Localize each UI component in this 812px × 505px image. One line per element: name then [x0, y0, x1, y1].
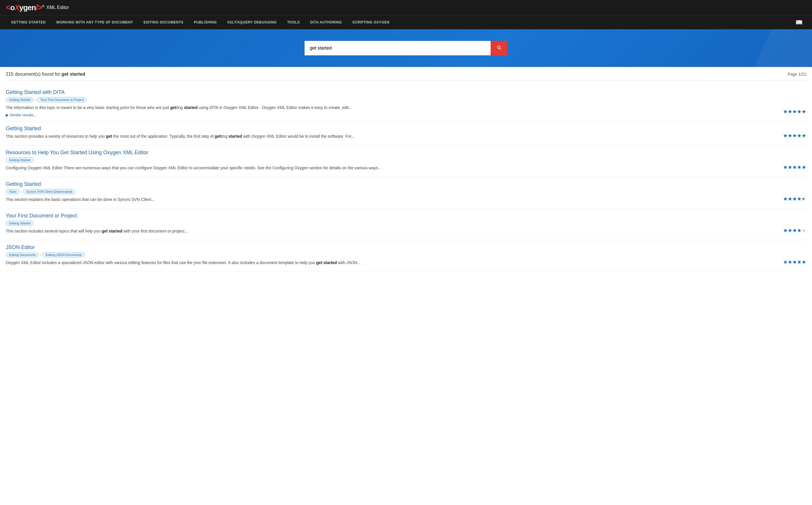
- logo-ygen: ygen: [19, 3, 36, 12]
- breadcrumb-separator: ›: [35, 98, 36, 102]
- nav-tools[interactable]: TOOLS: [282, 16, 305, 29]
- result-rating: ★★★★★: [771, 150, 806, 173]
- star-filled: ★: [792, 227, 797, 234]
- logo-subtitle: XML Editor: [46, 5, 69, 10]
- result-content: Getting Started Tools›Syncro SVN Client …: [6, 181, 769, 204]
- nav-dita[interactable]: DITA AUTHORING: [305, 16, 347, 29]
- breadcrumb-container: Getting Started›Your First Document or P…: [6, 97, 769, 102]
- logo-text: <oXygen/>®: [6, 3, 44, 12]
- result-snippet: This section provides a variety of resou…: [6, 133, 769, 139]
- result-item: Getting Started Tools›Syncro SVN Client …: [6, 177, 806, 209]
- breadcrumb-container: Getting Started: [6, 157, 769, 163]
- logo-o: o: [10, 3, 14, 12]
- result-row: Getting Started with DITA Getting Starte…: [6, 89, 806, 117]
- star-filled: ★: [802, 133, 806, 139]
- results-count-text: 215 document(s) found for: [6, 71, 61, 76]
- result-item: JSON Editor Editing Documents›Editing JS…: [6, 240, 806, 272]
- result-content: Your First Document or Project Getting S…: [6, 213, 769, 236]
- nav-scripting[interactable]: SCRIPTING OXYGEN: [347, 16, 395, 29]
- breadcrumb-tag[interactable]: Editing Documents: [6, 252, 39, 258]
- breadcrumb-container: Getting Started: [6, 221, 769, 226]
- star-filled: ★: [783, 227, 788, 234]
- star-filled: ★: [792, 164, 797, 170]
- breadcrumb-tag[interactable]: Getting Started: [6, 157, 34, 163]
- star-filled: ★: [788, 109, 792, 115]
- result-row: Resources to Help You Get Started Using …: [6, 150, 806, 173]
- star-filled: ★: [797, 164, 802, 170]
- star-filled: ★: [792, 196, 797, 202]
- page-info: Page 1/22: [788, 72, 806, 76]
- result-content: Getting Started with DITA Getting Starte…: [6, 89, 769, 117]
- star-filled: ★: [783, 164, 788, 170]
- result-row: JSON Editor Editing Documents›Editing JS…: [6, 244, 806, 268]
- result-item: Resources to Help You Get Started Using …: [6, 146, 806, 177]
- result-title[interactable]: JSON Editor: [6, 244, 769, 250]
- search-banner: [0, 29, 812, 67]
- nav-publishing[interactable]: PUBLISHING: [189, 16, 222, 29]
- star-filled: ★: [802, 164, 806, 170]
- star-filled: ★: [783, 133, 788, 139]
- breadcrumb-tag[interactable]: Getting Started: [6, 97, 34, 102]
- search-icon: [496, 45, 501, 50]
- breadcrumb-tag[interactable]: Tools: [6, 189, 20, 194]
- site-header: <oXygen/>® XML Editor: [0, 0, 812, 15]
- result-content: JSON Editor Editing Documents›Editing JS…: [6, 244, 769, 268]
- logo-x: X: [14, 3, 19, 12]
- star-filled: ★: [788, 259, 792, 265]
- result-title[interactable]: Your First Document or Project: [6, 213, 769, 219]
- result-rating: ★★★★★: [771, 213, 806, 236]
- result-rating: ★★★★★: [771, 89, 806, 117]
- result-item: Getting Started This section provides a …: [6, 122, 806, 146]
- breadcrumb-tag[interactable]: Editing JSON Documents: [42, 252, 85, 258]
- logo-lt: <: [6, 3, 10, 12]
- result-rating: ★★★★★: [771, 244, 806, 268]
- star-filled: ★: [783, 259, 788, 265]
- book-icon[interactable]: 📖: [792, 15, 806, 29]
- main-nav: GETTING STARTED WORKING WITH ANY TYPE OF…: [0, 15, 812, 29]
- nav-getting-started[interactable]: GETTING STARTED: [6, 16, 51, 29]
- result-row: Getting Started This section provides a …: [6, 126, 806, 141]
- search-box: [304, 41, 508, 55]
- result-item: Your First Document or Project Getting S…: [6, 209, 806, 240]
- star-half: ★ ★: [802, 196, 806, 202]
- star-filled: ★: [783, 109, 788, 115]
- result-title[interactable]: Resources to Help You Get Started Using …: [6, 150, 769, 156]
- logo-gt: >: [38, 3, 42, 12]
- result-title[interactable]: Getting Started: [6, 126, 769, 132]
- results-list: Getting Started with DITA Getting Starte…: [6, 85, 806, 272]
- similar-results-link[interactable]: ▶ Similar results...: [6, 113, 36, 117]
- result-content: Getting Started This section provides a …: [6, 126, 769, 141]
- star-filled: ★: [788, 196, 792, 202]
- breadcrumb-separator: ›: [21, 190, 22, 194]
- star-filled: ★: [792, 259, 797, 265]
- star-filled: ★: [788, 227, 792, 234]
- logo[interactable]: <oXygen/>® XML Editor: [6, 3, 69, 12]
- nav-editing-documents[interactable]: EDITING DOCUMENTS: [138, 16, 189, 29]
- breadcrumb-tag[interactable]: Syncro SVN Client (Deprecated): [23, 189, 75, 194]
- breadcrumb-tag[interactable]: Getting Started: [6, 221, 34, 226]
- logo-reg: ®: [42, 5, 44, 8]
- result-rating: ★★★★★: [771, 126, 806, 141]
- star-filled: ★: [783, 196, 788, 202]
- breadcrumb-container: Editing Documents›Editing JSON Documents: [6, 252, 769, 258]
- result-title[interactable]: Getting Started with DITA: [6, 89, 769, 96]
- result-row: Your First Document or Project Getting S…: [6, 213, 806, 236]
- result-snippet: Configuring Oxygen XML Editor There are …: [6, 165, 769, 171]
- result-title[interactable]: Getting Started: [6, 181, 769, 187]
- result-snippet: The information in this topic is meant t…: [6, 105, 769, 111]
- nav-working-with[interactable]: WORKING WITH ANY TYPE OF DOCUMENT: [51, 16, 138, 29]
- nav-xslt[interactable]: XSLT/XQUERY DEBUGGING: [222, 16, 282, 29]
- star-filled: ★: [797, 227, 802, 234]
- star-filled: ★: [797, 109, 802, 115]
- star-filled: ★: [797, 133, 802, 139]
- breadcrumb-tag[interactable]: Your First Document or Project: [37, 97, 87, 102]
- star-filled: ★: [792, 109, 797, 115]
- search-button[interactable]: [490, 41, 508, 55]
- star-filled: ★: [788, 133, 792, 139]
- result-rating: ★★★★ ★ ★: [771, 181, 806, 204]
- search-input[interactable]: [304, 41, 490, 55]
- result-snippet: This section explains the basic operatio…: [6, 196, 769, 203]
- breadcrumb-separator: ›: [40, 253, 41, 257]
- breadcrumb-container: Tools›Syncro SVN Client (Deprecated): [6, 189, 769, 194]
- result-content: Resources to Help You Get Started Using …: [6, 150, 769, 173]
